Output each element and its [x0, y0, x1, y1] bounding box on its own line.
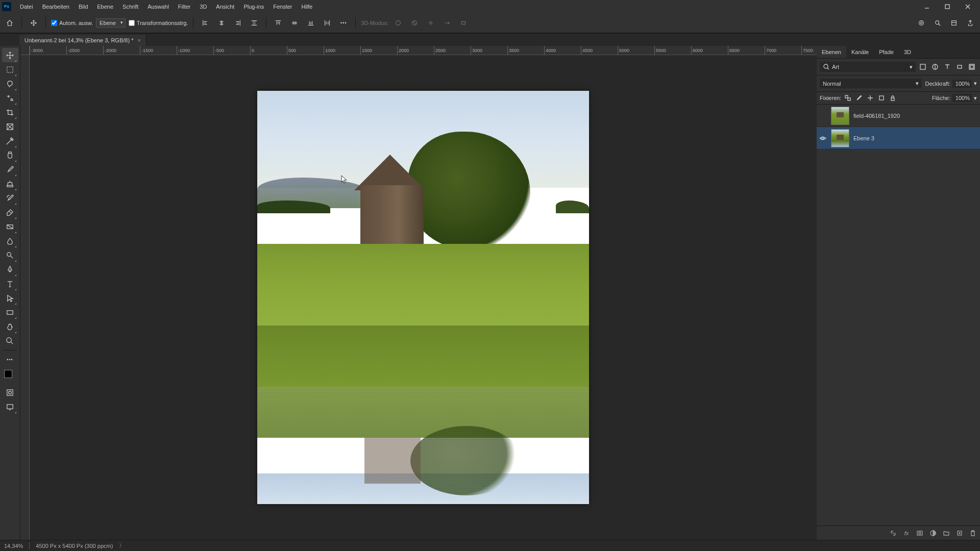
menu-bild[interactable]: Bild — [74, 2, 92, 12]
transform-controls-checkbox[interactable]: Transformationsstrg. — [129, 20, 188, 26]
auto-select-input[interactable] — [51, 20, 57, 26]
tab-kanaele[interactable]: Kanäle — [846, 46, 874, 58]
lock-transparency-icon[interactable] — [844, 94, 851, 102]
layer-thumbnail[interactable] — [831, 107, 849, 125]
workspace-icon[interactable] — [947, 16, 961, 30]
brush-tool[interactable] — [2, 162, 18, 177]
new-layer-icon[interactable] — [955, 529, 964, 537]
tab-ebenen[interactable]: Ebenen — [817, 46, 846, 58]
layer-thumbnail[interactable] — [831, 129, 849, 147]
layer-name[interactable]: Ebene 3 — [851, 135, 980, 141]
blend-mode-dropdown[interactable]: Normal ▾ — [820, 79, 922, 88]
opacity-control[interactable]: Deckkraft: 100% ▾ — [925, 80, 977, 88]
history-brush-tool[interactable] — [2, 191, 18, 205]
home-button[interactable] — [3, 16, 16, 30]
eraser-tool[interactable] — [2, 205, 18, 219]
layer-name[interactable]: field-406181_1920 — [851, 113, 980, 119]
fill-value[interactable]: 100% — [952, 94, 972, 102]
zoom-tool[interactable] — [2, 334, 18, 348]
filter-type-icon[interactable] — [942, 62, 952, 72]
blur-tool[interactable] — [2, 234, 18, 248]
filter-shape-icon[interactable] — [954, 62, 965, 72]
align-center-v-icon[interactable] — [288, 16, 301, 30]
color-swatches[interactable] — [4, 370, 16, 382]
align-top-icon[interactable] — [272, 16, 285, 30]
share-icon[interactable] — [964, 16, 977, 30]
ruler-vertical[interactable] — [20, 55, 30, 540]
filter-adjustment-icon[interactable] — [930, 62, 940, 72]
lasso-tool[interactable] — [2, 77, 18, 91]
layer-style-icon[interactable]: fx — [902, 529, 911, 537]
screen-mode-tool[interactable] — [2, 399, 18, 414]
type-tool[interactable] — [2, 277, 18, 291]
menu-bearbeiten[interactable]: Bearbeiten — [38, 2, 74, 12]
layer-visibility-toggle[interactable] — [817, 135, 829, 142]
window-maximize[interactable] — [937, 0, 958, 13]
clone-stamp-tool[interactable] — [2, 177, 18, 191]
menu-hilfe[interactable]: Hilfe — [297, 2, 317, 12]
canvas-area[interactable]: -3000 -2500 -2000 -1500 -1000 -500 0 500… — [20, 46, 817, 540]
link-layers-icon[interactable] — [889, 529, 897, 537]
menu-3d[interactable]: 3D — [195, 2, 211, 12]
layer-row[interactable]: Ebene 3 — [817, 127, 980, 149]
move-tool-icon[interactable] — [27, 16, 40, 30]
pen-tool[interactable] — [2, 262, 18, 277]
align-right-icon[interactable] — [231, 16, 244, 30]
lock-image-icon[interactable] — [855, 94, 863, 102]
window-minimize[interactable] — [917, 0, 937, 13]
chevron-down-icon[interactable]: ▾ — [974, 95, 977, 102]
opacity-value[interactable]: 100% — [952, 80, 972, 88]
menu-schrift[interactable]: Schrift — [118, 2, 143, 12]
window-close[interactable] — [958, 0, 978, 13]
align-bottom-icon[interactable] — [304, 16, 317, 30]
ruler-origin[interactable] — [20, 46, 30, 55]
quick-mask-tool[interactable] — [2, 385, 18, 399]
menu-ansicht[interactable]: Ansicht — [211, 2, 239, 12]
crop-tool[interactable] — [2, 105, 18, 119]
document-tab[interactable]: Unbenannt-2 bei 14,3% (Ebene 3, RGB/8) *… — [19, 35, 146, 46]
auto-select-checkbox[interactable]: Autom. ausw. — [51, 20, 93, 26]
lock-position-icon[interactable] — [867, 94, 874, 102]
canvas-image[interactable] — [257, 91, 589, 504]
marquee-tool[interactable] — [2, 62, 18, 77]
edit-toolbar-icon[interactable]: ••• — [2, 353, 18, 367]
path-selection-tool[interactable] — [2, 291, 18, 305]
fill-control[interactable]: Fläche: 100% ▾ — [932, 94, 977, 102]
cloud-docs-icon[interactable] — [915, 16, 928, 30]
lock-all-icon[interactable] — [889, 94, 896, 102]
transform-controls-input[interactable] — [129, 20, 135, 26]
filter-pixel-icon[interactable] — [918, 62, 928, 72]
menu-ebene[interactable]: Ebene — [92, 2, 118, 12]
layer-filter-kind[interactable]: Art ▾ — [820, 62, 916, 72]
distribute-v-icon[interactable] — [321, 16, 334, 30]
filter-smart-icon[interactable] — [967, 62, 977, 72]
eyedropper-tool[interactable] — [2, 134, 18, 148]
menu-plugins[interactable]: Plug-ins — [239, 2, 268, 12]
gradient-tool[interactable] — [2, 219, 18, 234]
menu-auswahl[interactable]: Auswahl — [143, 2, 174, 12]
adjustment-layer-icon[interactable] — [929, 529, 937, 537]
dodge-tool[interactable] — [2, 248, 18, 262]
distribute-h-icon[interactable] — [248, 16, 261, 30]
canvas-viewport[interactable] — [30, 55, 817, 540]
align-left-icon[interactable] — [199, 16, 212, 30]
healing-brush-tool[interactable] — [2, 148, 18, 162]
auto-select-target-dropdown[interactable]: Ebene — [96, 18, 126, 28]
foreground-color-swatch[interactable] — [4, 370, 12, 378]
tab-pfade[interactable]: Pfade — [874, 46, 899, 58]
chevron-down-icon[interactable]: ▾ — [974, 80, 977, 87]
rectangle-tool[interactable] — [2, 305, 18, 319]
document-info[interactable]: 4500 Px x 5400 Px (300 ppcm) — [36, 543, 113, 549]
menu-fenster[interactable]: Fenster — [268, 2, 297, 12]
more-options-icon[interactable]: ••• — [337, 16, 350, 30]
zoom-level[interactable]: 14,34% — [4, 543, 23, 549]
move-tool[interactable] — [2, 48, 18, 62]
frame-tool[interactable] — [2, 119, 18, 134]
menu-filter[interactable]: Filter — [174, 2, 195, 12]
new-group-icon[interactable] — [942, 529, 950, 537]
lock-artboard-icon[interactable] — [878, 94, 885, 102]
menu-datei[interactable]: Datei — [15, 2, 38, 12]
delete-layer-icon[interactable] — [969, 529, 977, 537]
document-tab-close-icon[interactable]: × — [137, 37, 140, 43]
hand-tool[interactable] — [2, 319, 18, 334]
